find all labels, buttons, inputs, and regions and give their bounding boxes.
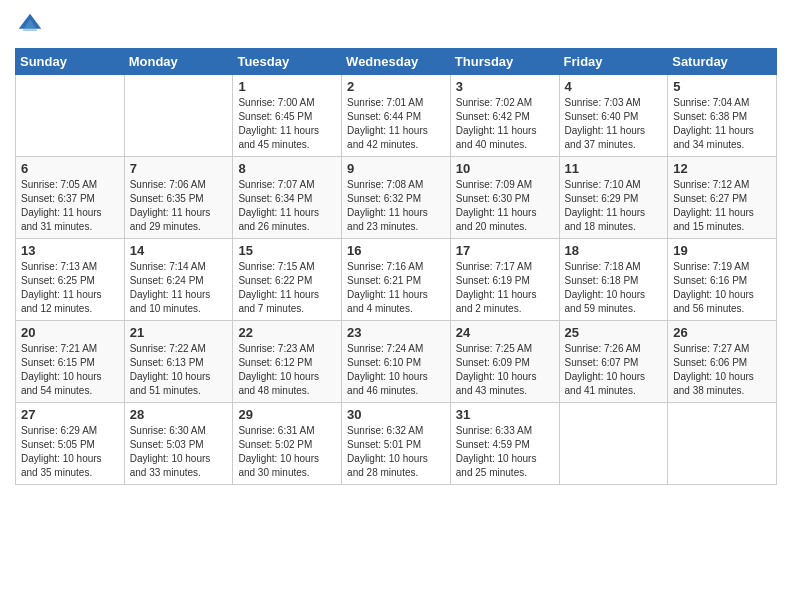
- day-number: 12: [673, 161, 771, 176]
- day-info: Sunrise: 7:04 AM Sunset: 6:38 PM Dayligh…: [673, 96, 771, 152]
- calendar-cell: 1Sunrise: 7:00 AM Sunset: 6:45 PM Daylig…: [233, 75, 342, 157]
- day-info: Sunrise: 7:25 AM Sunset: 6:09 PM Dayligh…: [456, 342, 554, 398]
- calendar-cell: 4Sunrise: 7:03 AM Sunset: 6:40 PM Daylig…: [559, 75, 668, 157]
- calendar-cell: 31Sunrise: 6:33 AM Sunset: 4:59 PM Dayli…: [450, 403, 559, 485]
- calendar-cell: 30Sunrise: 6:32 AM Sunset: 5:01 PM Dayli…: [342, 403, 451, 485]
- day-info: Sunrise: 7:18 AM Sunset: 6:18 PM Dayligh…: [565, 260, 663, 316]
- day-info: Sunrise: 7:17 AM Sunset: 6:19 PM Dayligh…: [456, 260, 554, 316]
- day-number: 29: [238, 407, 336, 422]
- day-number: 22: [238, 325, 336, 340]
- calendar-cell: 24Sunrise: 7:25 AM Sunset: 6:09 PM Dayli…: [450, 321, 559, 403]
- day-number: 6: [21, 161, 119, 176]
- day-number: 11: [565, 161, 663, 176]
- logo-icon: [15, 10, 45, 40]
- calendar-table: SundayMondayTuesdayWednesdayThursdayFrid…: [15, 48, 777, 485]
- weekday-header-tuesday: Tuesday: [233, 49, 342, 75]
- day-number: 17: [456, 243, 554, 258]
- calendar-cell: [668, 403, 777, 485]
- calendar-cell: 6Sunrise: 7:05 AM Sunset: 6:37 PM Daylig…: [16, 157, 125, 239]
- calendar-cell: 10Sunrise: 7:09 AM Sunset: 6:30 PM Dayli…: [450, 157, 559, 239]
- day-info: Sunrise: 7:27 AM Sunset: 6:06 PM Dayligh…: [673, 342, 771, 398]
- weekday-header-wednesday: Wednesday: [342, 49, 451, 75]
- day-number: 2: [347, 79, 445, 94]
- calendar-cell: 7Sunrise: 7:06 AM Sunset: 6:35 PM Daylig…: [124, 157, 233, 239]
- day-number: 14: [130, 243, 228, 258]
- day-number: 26: [673, 325, 771, 340]
- day-number: 10: [456, 161, 554, 176]
- page-header: [15, 10, 777, 40]
- calendar-week-5: 27Sunrise: 6:29 AM Sunset: 5:05 PM Dayli…: [16, 403, 777, 485]
- day-number: 8: [238, 161, 336, 176]
- day-number: 7: [130, 161, 228, 176]
- calendar-cell: 20Sunrise: 7:21 AM Sunset: 6:15 PM Dayli…: [16, 321, 125, 403]
- calendar-cell: 8Sunrise: 7:07 AM Sunset: 6:34 PM Daylig…: [233, 157, 342, 239]
- day-info: Sunrise: 7:13 AM Sunset: 6:25 PM Dayligh…: [21, 260, 119, 316]
- calendar-cell: 29Sunrise: 6:31 AM Sunset: 5:02 PM Dayli…: [233, 403, 342, 485]
- day-number: 5: [673, 79, 771, 94]
- day-number: 13: [21, 243, 119, 258]
- day-number: 27: [21, 407, 119, 422]
- calendar-cell: 23Sunrise: 7:24 AM Sunset: 6:10 PM Dayli…: [342, 321, 451, 403]
- day-number: 18: [565, 243, 663, 258]
- day-info: Sunrise: 7:12 AM Sunset: 6:27 PM Dayligh…: [673, 178, 771, 234]
- page-container: SundayMondayTuesdayWednesdayThursdayFrid…: [0, 0, 792, 495]
- day-number: 31: [456, 407, 554, 422]
- day-number: 21: [130, 325, 228, 340]
- day-number: 15: [238, 243, 336, 258]
- day-info: Sunrise: 7:03 AM Sunset: 6:40 PM Dayligh…: [565, 96, 663, 152]
- calendar-cell: [16, 75, 125, 157]
- calendar-cell: 26Sunrise: 7:27 AM Sunset: 6:06 PM Dayli…: [668, 321, 777, 403]
- calendar-cell: 17Sunrise: 7:17 AM Sunset: 6:19 PM Dayli…: [450, 239, 559, 321]
- day-number: 16: [347, 243, 445, 258]
- calendar-cell: 25Sunrise: 7:26 AM Sunset: 6:07 PM Dayli…: [559, 321, 668, 403]
- day-number: 25: [565, 325, 663, 340]
- weekday-header-saturday: Saturday: [668, 49, 777, 75]
- calendar-cell: 12Sunrise: 7:12 AM Sunset: 6:27 PM Dayli…: [668, 157, 777, 239]
- calendar-cell: 27Sunrise: 6:29 AM Sunset: 5:05 PM Dayli…: [16, 403, 125, 485]
- weekday-header-thursday: Thursday: [450, 49, 559, 75]
- day-info: Sunrise: 6:32 AM Sunset: 5:01 PM Dayligh…: [347, 424, 445, 480]
- day-info: Sunrise: 6:31 AM Sunset: 5:02 PM Dayligh…: [238, 424, 336, 480]
- day-info: Sunrise: 7:21 AM Sunset: 6:15 PM Dayligh…: [21, 342, 119, 398]
- day-info: Sunrise: 7:10 AM Sunset: 6:29 PM Dayligh…: [565, 178, 663, 234]
- day-number: 1: [238, 79, 336, 94]
- calendar-cell: 19Sunrise: 7:19 AM Sunset: 6:16 PM Dayli…: [668, 239, 777, 321]
- day-info: Sunrise: 7:15 AM Sunset: 6:22 PM Dayligh…: [238, 260, 336, 316]
- day-info: Sunrise: 7:08 AM Sunset: 6:32 PM Dayligh…: [347, 178, 445, 234]
- weekday-header-sunday: Sunday: [16, 49, 125, 75]
- day-info: Sunrise: 7:07 AM Sunset: 6:34 PM Dayligh…: [238, 178, 336, 234]
- calendar-cell: 2Sunrise: 7:01 AM Sunset: 6:44 PM Daylig…: [342, 75, 451, 157]
- day-number: 3: [456, 79, 554, 94]
- day-info: Sunrise: 6:30 AM Sunset: 5:03 PM Dayligh…: [130, 424, 228, 480]
- calendar-cell: 14Sunrise: 7:14 AM Sunset: 6:24 PM Dayli…: [124, 239, 233, 321]
- logo: [15, 10, 49, 40]
- day-info: Sunrise: 6:29 AM Sunset: 5:05 PM Dayligh…: [21, 424, 119, 480]
- calendar-cell: 13Sunrise: 7:13 AM Sunset: 6:25 PM Dayli…: [16, 239, 125, 321]
- day-info: Sunrise: 7:01 AM Sunset: 6:44 PM Dayligh…: [347, 96, 445, 152]
- day-info: Sunrise: 7:26 AM Sunset: 6:07 PM Dayligh…: [565, 342, 663, 398]
- calendar-cell: 3Sunrise: 7:02 AM Sunset: 6:42 PM Daylig…: [450, 75, 559, 157]
- day-info: Sunrise: 7:09 AM Sunset: 6:30 PM Dayligh…: [456, 178, 554, 234]
- calendar-week-2: 6Sunrise: 7:05 AM Sunset: 6:37 PM Daylig…: [16, 157, 777, 239]
- day-number: 4: [565, 79, 663, 94]
- day-info: Sunrise: 7:19 AM Sunset: 6:16 PM Dayligh…: [673, 260, 771, 316]
- calendar-week-3: 13Sunrise: 7:13 AM Sunset: 6:25 PM Dayli…: [16, 239, 777, 321]
- day-number: 23: [347, 325, 445, 340]
- calendar-cell: 18Sunrise: 7:18 AM Sunset: 6:18 PM Dayli…: [559, 239, 668, 321]
- weekday-header-friday: Friday: [559, 49, 668, 75]
- day-info: Sunrise: 7:00 AM Sunset: 6:45 PM Dayligh…: [238, 96, 336, 152]
- calendar-cell: 22Sunrise: 7:23 AM Sunset: 6:12 PM Dayli…: [233, 321, 342, 403]
- calendar-week-1: 1Sunrise: 7:00 AM Sunset: 6:45 PM Daylig…: [16, 75, 777, 157]
- calendar-cell: 5Sunrise: 7:04 AM Sunset: 6:38 PM Daylig…: [668, 75, 777, 157]
- calendar-cell: 11Sunrise: 7:10 AM Sunset: 6:29 PM Dayli…: [559, 157, 668, 239]
- day-number: 28: [130, 407, 228, 422]
- calendar-cell: 15Sunrise: 7:15 AM Sunset: 6:22 PM Dayli…: [233, 239, 342, 321]
- day-info: Sunrise: 7:05 AM Sunset: 6:37 PM Dayligh…: [21, 178, 119, 234]
- day-info: Sunrise: 7:22 AM Sunset: 6:13 PM Dayligh…: [130, 342, 228, 398]
- calendar-week-4: 20Sunrise: 7:21 AM Sunset: 6:15 PM Dayli…: [16, 321, 777, 403]
- calendar-cell: 21Sunrise: 7:22 AM Sunset: 6:13 PM Dayli…: [124, 321, 233, 403]
- day-info: Sunrise: 6:33 AM Sunset: 4:59 PM Dayligh…: [456, 424, 554, 480]
- day-number: 19: [673, 243, 771, 258]
- day-number: 20: [21, 325, 119, 340]
- calendar-cell: [559, 403, 668, 485]
